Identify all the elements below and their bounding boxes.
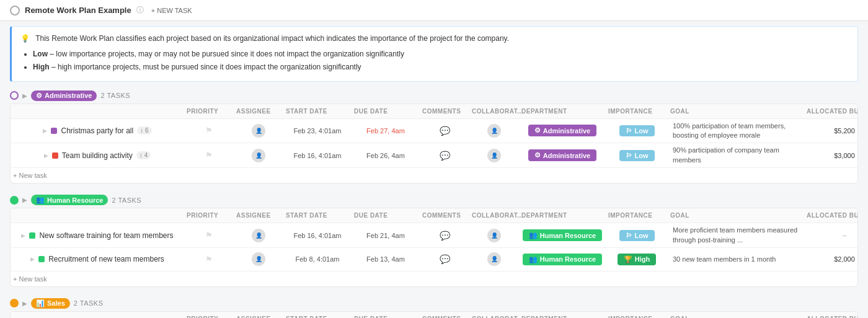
- column-header: PRIORITY: [184, 314, 234, 318]
- comment-icon: 💬: [440, 231, 450, 241]
- importance-cell[interactable]: 🏳Low: [606, 123, 668, 139]
- column-header: COLLABORAT...: [469, 107, 519, 116]
- department-badge: ⚙Administrative: [528, 125, 596, 136]
- department-cell[interactable]: ⚙Administrative: [519, 147, 606, 164]
- new-task-row-human-resource[interactable]: + New task: [11, 272, 857, 286]
- group-status-human-resource: [10, 196, 19, 205]
- start-date-cell[interactable]: Feb 16, 4:01am: [283, 229, 352, 242]
- comments-cell[interactable]: 💬: [420, 148, 469, 163]
- task-expand-icon[interactable]: ▶: [21, 232, 25, 239]
- goal-cell[interactable]: 30 new team members in 1 month: [668, 252, 804, 267]
- importance-badge: 🏆High: [618, 254, 656, 265]
- info-item-high: High – high importance projects, must be…: [33, 61, 849, 73]
- bulb-icon: 💡: [20, 34, 30, 43]
- comments-cell[interactable]: 💬: [420, 252, 469, 267]
- task-expand-icon[interactable]: ▶: [30, 256, 35, 262]
- start-date-text: Feb 16, 4:01am: [293, 232, 341, 239]
- column-header: GOAL: [668, 314, 804, 318]
- table-administrative: PRIORITYASSIGNEESTART DATEDUE DATECOMMEN…: [10, 104, 858, 184]
- assignee-cell[interactable]: 👤: [234, 226, 283, 245]
- due-date-cell[interactable]: Feb 21, 4am: [352, 229, 420, 242]
- group-badge-human-resource[interactable]: 👥Human Resource: [31, 195, 108, 205]
- assignee-cell[interactable]: 👤: [234, 250, 283, 268]
- due-date-cell[interactable]: Feb 27, 4am: [352, 125, 420, 137]
- group-task-count-administrative: 2 TASKS: [100, 92, 130, 99]
- start-date-cell[interactable]: Feb 23, 4:01am: [283, 125, 352, 137]
- importance-cell[interactable]: 🏳Low: [606, 148, 668, 164]
- group-badge-administrative[interactable]: ⚙Administrative: [31, 91, 97, 101]
- avatar: 👤: [252, 229, 265, 242]
- due-date-cell[interactable]: Feb 13, 4am: [352, 253, 420, 265]
- task-name-label[interactable]: Team building activity: [62, 151, 133, 160]
- column-header: ALLOCATED BUDGET: [804, 314, 858, 318]
- priority-cell[interactable]: ⚑: [184, 148, 234, 162]
- comments-cell[interactable]: 💬: [420, 228, 469, 243]
- column-header: COLLABORAT...: [469, 314, 519, 318]
- comments-cell[interactable]: 💬: [420, 123, 469, 138]
- task-color-dot: [38, 256, 45, 262]
- project-info-icon[interactable]: ⓘ: [136, 5, 144, 15]
- group-task-count-human-resource: 2 TASKS: [112, 197, 141, 204]
- comment-icon: 💬: [440, 126, 450, 136]
- group-toggle-administrative[interactable]: ▶: [22, 92, 27, 99]
- department-cell[interactable]: 👥Human Resource: [519, 251, 606, 268]
- column-header: DEPARTMENT: [519, 314, 606, 318]
- priority-cell[interactable]: ⚑: [184, 228, 234, 242]
- column-header: DEPARTMENT: [519, 107, 606, 116]
- priority-cell[interactable]: ⚑: [184, 123, 234, 138]
- group-toggle-sales[interactable]: ▶: [22, 300, 27, 307]
- new-task-row-administrative[interactable]: + New task: [11, 168, 857, 183]
- avatar: 👤: [487, 124, 501, 138]
- goal-text: 100% participation of team members, boos…: [673, 121, 802, 141]
- assignee-cell[interactable]: 👤: [234, 146, 283, 165]
- task-name-label[interactable]: New software training for team members: [39, 231, 173, 240]
- importance-cell[interactable]: 🏆High: [606, 251, 668, 268]
- group-badge-sales[interactable]: 📊Sales: [31, 298, 70, 309]
- table-human-resource: PRIORITYASSIGNEESTART DATEDUE DATECOMMEN…: [10, 208, 858, 287]
- assignee-cell[interactable]: 👤: [234, 121, 283, 140]
- goal-cell[interactable]: 100% participation of team members, boos…: [668, 119, 804, 143]
- group-toggle-human-resource[interactable]: ▶: [22, 197, 27, 203]
- goal-text: More proficient team members measured th…: [673, 226, 802, 245]
- collaborators-cell[interactable]: 👤: [469, 146, 519, 165]
- new-task-button[interactable]: + NEW TASK: [151, 7, 192, 14]
- group-task-count-sales: 2 TASKS: [74, 299, 104, 307]
- allocated-budget-cell[interactable]: $2,000: [804, 253, 858, 265]
- column-header: GOAL: [668, 107, 804, 116]
- avatar: 👤: [487, 149, 501, 162]
- allocated-budget-cell[interactable]: $3,000: [804, 149, 858, 162]
- collaborators-cell[interactable]: 👤: [469, 226, 519, 245]
- column-header: ALLOCATED BUDGET: [804, 107, 858, 116]
- department-cell[interactable]: 👥Human Resource: [519, 227, 606, 244]
- department-cell[interactable]: ⚙Administrative: [519, 122, 606, 139]
- task-expand-icon[interactable]: ▶: [43, 128, 47, 134]
- goal-cell[interactable]: More proficient team members measured th…: [668, 223, 804, 247]
- collaborators-cell[interactable]: 👤: [469, 121, 519, 140]
- task-color-dot: [51, 128, 57, 134]
- comment-icon: 💬: [440, 254, 450, 264]
- importance-badge: 🏳Low: [619, 125, 655, 136]
- priority-cell[interactable]: ⚑: [184, 252, 234, 267]
- start-date-cell[interactable]: Feb 16, 4:01am: [283, 149, 352, 162]
- due-date-cell[interactable]: Feb 26, 4am: [352, 149, 420, 162]
- allocated-budget-text: $3,000: [834, 152, 855, 159]
- collaborators-cell[interactable]: 👤: [469, 250, 519, 268]
- column-header: IMPORTANCE: [606, 314, 668, 318]
- task-name-label[interactable]: Christmas party for all: [61, 126, 133, 135]
- column-header: COMMENTS: [420, 107, 469, 116]
- content: ▶⚙Administrative2 TASKSPRIORITYASSIGNEES…: [0, 87, 868, 318]
- task-expand-icon[interactable]: ▶: [44, 152, 48, 159]
- start-date-text: Feb 23, 4:01am: [293, 127, 341, 135]
- importance-cell[interactable]: 🏳Low: [606, 227, 668, 244]
- column-header: DUE DATE: [352, 107, 420, 116]
- avatar: 👤: [252, 124, 265, 138]
- column-header: ASSIGNEE: [234, 314, 283, 318]
- task-name-label[interactable]: Recruitment of new team members: [48, 255, 164, 263]
- goal-cell[interactable]: 90% participation of company team member…: [668, 143, 804, 167]
- allocated-budget-cell[interactable]: $5,200: [804, 125, 858, 137]
- column-header: COLLABORAT...: [469, 211, 519, 220]
- task-name-cell: ▶Christmas party for all↕ 6: [11, 124, 184, 138]
- start-date-cell[interactable]: Feb 8, 4:01am: [283, 253, 352, 265]
- info-list: Low – low importance projects, may or ma…: [33, 48, 849, 73]
- allocated-budget-cell[interactable]: –: [804, 229, 858, 242]
